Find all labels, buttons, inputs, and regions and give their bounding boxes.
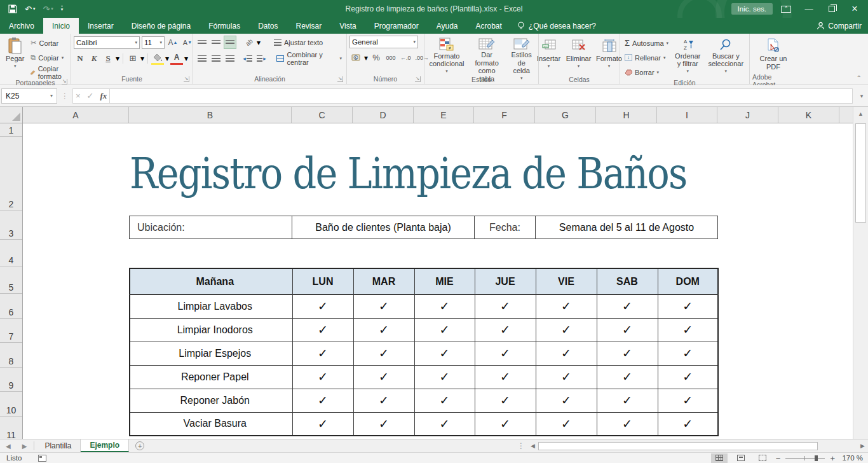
horizontal-scroll-thumb[interactable] (538, 442, 818, 450)
check-cell[interactable]: ✓ (536, 342, 597, 365)
tab-insertar[interactable]: Insertar (79, 18, 123, 34)
tab-vista[interactable]: Vista (330, 18, 365, 34)
check-cell[interactable]: ✓ (536, 412, 597, 436)
fill-color-icon[interactable] (151, 52, 164, 65)
increase-indent-icon[interactable]: ▸ (255, 52, 268, 65)
scroll-right-icon[interactable]: ▶ (857, 443, 868, 449)
check-cell[interactable]: ✓ (292, 318, 353, 342)
row-header-7[interactable]: 7 (0, 319, 22, 343)
column-header-E[interactable]: E (414, 107, 474, 123)
dialog-launcher[interactable]: ↘ (415, 76, 421, 82)
row-header-9[interactable]: 9 (0, 368, 22, 392)
check-cell[interactable]: ✓ (475, 342, 536, 365)
check-cell[interactable]: ✓ (658, 342, 718, 365)
day-header-LUN[interactable]: LUN (292, 268, 353, 294)
tab-f-rmulas[interactable]: Fórmulas (200, 18, 249, 34)
align-left-icon[interactable] (196, 52, 208, 65)
tab-dise-o-de-p-gina[interactable]: Diseño de página (123, 18, 200, 34)
row-header-11[interactable]: 11 (0, 417, 22, 439)
font-size-combo[interactable]: 11▾ (142, 36, 165, 49)
check-cell[interactable]: ✓ (475, 389, 536, 412)
row-header-1[interactable]: 1 (0, 123, 22, 137)
align-center-icon[interactable] (210, 52, 222, 65)
tab-archivo[interactable]: Archivo (0, 18, 43, 34)
horizontal-scrollbar[interactable]: ◀ ▶ (527, 439, 868, 452)
day-header-JUE[interactable]: JUE (475, 268, 536, 294)
row-header-8[interactable]: 8 (0, 343, 22, 368)
column-header-D[interactable]: D (353, 107, 414, 123)
find-select-button[interactable]: Buscar y seleccionar▾ (705, 36, 747, 75)
day-header-MIE[interactable]: MIE (414, 268, 475, 294)
sheet-tab-plantilla[interactable]: Plantilla (36, 439, 81, 452)
paste-button[interactable]: Pegar▾ (3, 36, 27, 75)
increase-font-icon[interactable]: A▲ (166, 36, 179, 49)
accounting-dropdown[interactable]: ▾ (364, 53, 368, 62)
clear-button[interactable]: Borrar▾ (623, 66, 670, 79)
conditional-formatting-button[interactable]: ≠ Formato condicional▾ (427, 36, 466, 75)
check-cell[interactable]: ✓ (475, 294, 536, 318)
redo-button[interactable]: ↷▾ (39, 3, 56, 15)
task-cell[interactable]: Reponer Papel (130, 365, 292, 389)
zoom-slider-thumb[interactable] (815, 455, 818, 461)
check-cell[interactable]: ✓ (658, 318, 718, 342)
insert-function-button[interactable]: fx (100, 91, 107, 101)
check-cell[interactable]: ✓ (597, 342, 658, 365)
prev-sheet-icon[interactable]: ◀ (0, 439, 17, 452)
check-cell[interactable]: ✓ (597, 412, 658, 436)
dialog-launcher[interactable]: ↘ (337, 76, 343, 82)
enter-icon[interactable]: ✓ (87, 91, 94, 100)
check-cell[interactable]: ✓ (292, 389, 353, 412)
cancel-icon[interactable]: × (76, 91, 81, 100)
underline-dropdown[interactable]: ▾ (116, 54, 119, 63)
scroll-up-icon[interactable]: ▲ (853, 107, 868, 121)
font-color-icon[interactable]: A (170, 52, 183, 65)
customize-qat-button[interactable]: ▾ (58, 4, 67, 13)
check-cell[interactable]: ✓ (658, 412, 718, 436)
day-header-SAB[interactable]: SAB (597, 268, 658, 294)
restore-button[interactable] (822, 1, 841, 17)
check-cell[interactable]: ✓ (414, 389, 475, 412)
number-format-combo[interactable]: General▾ (349, 36, 418, 48)
font-color-dropdown[interactable]: ▾ (184, 54, 188, 63)
tab-programador[interactable]: Programador (365, 18, 428, 34)
check-cell[interactable]: ✓ (475, 412, 536, 436)
tab-acrobat[interactable]: Acrobat (467, 18, 511, 34)
column-header-G[interactable]: G (535, 107, 596, 123)
check-cell[interactable]: ✓ (475, 318, 536, 342)
macro-record-icon[interactable] (38, 455, 46, 462)
merge-center-button[interactable]: Combinar y centrar▾ (275, 52, 344, 65)
format-cells-button[interactable]: Formato▾ (595, 36, 624, 75)
new-sheet-button[interactable]: + (129, 439, 151, 452)
check-cell[interactable]: ✓ (353, 294, 414, 318)
cell-styles-button[interactable]: Estilos de celda▾ (507, 36, 536, 75)
tab-revisar[interactable]: Revisar (287, 18, 331, 34)
comma-style-icon[interactable]: 000 (384, 51, 397, 64)
check-cell[interactable]: ✓ (597, 389, 658, 412)
name-box[interactable]: K25▾ (1, 88, 57, 104)
check-cell[interactable]: ✓ (597, 294, 658, 318)
grid-area[interactable]: Registro de Limpieza de Baños Ubicación:… (23, 123, 853, 439)
day-header-VIE[interactable]: VIE (536, 268, 597, 294)
location-label-cell[interactable]: Ubicación: (130, 216, 292, 239)
task-cell[interactable]: Limpiar Inodoros (130, 318, 292, 342)
accounting-format-icon[interactable]: $ (349, 51, 362, 64)
collapse-ribbon-button[interactable]: ⌃ (857, 74, 862, 81)
column-header-B[interactable]: B (129, 107, 292, 123)
orientation-icon[interactable]: ab (240, 33, 259, 52)
tab-ayuda[interactable]: Ayuda (428, 18, 467, 34)
format-as-table-button[interactable]: Dar formato como tabla▾ (469, 36, 505, 75)
column-header-K[interactable]: K (778, 107, 839, 123)
dialog-launcher[interactable]: ↘ (62, 79, 67, 85)
zoom-out-button[interactable]: − (776, 453, 781, 463)
check-cell[interactable]: ✓ (475, 365, 536, 389)
insert-cells-button[interactable]: ← Insertar▾ (535, 36, 563, 75)
check-cell[interactable]: ✓ (414, 365, 475, 389)
document-title-cell[interactable]: Registro de Limpieza de Baños (130, 137, 655, 210)
page-layout-view-button[interactable] (733, 453, 749, 463)
increase-decimal-icon[interactable]: ←.0 (399, 51, 412, 64)
sheet-tab-ejemplo[interactable]: Ejemplo (81, 439, 129, 452)
check-cell[interactable]: ✓ (536, 294, 597, 318)
select-all-corner[interactable] (0, 107, 23, 123)
align-top-icon[interactable] (196, 36, 208, 49)
decrease-indent-icon[interactable]: ◂ (241, 52, 254, 65)
